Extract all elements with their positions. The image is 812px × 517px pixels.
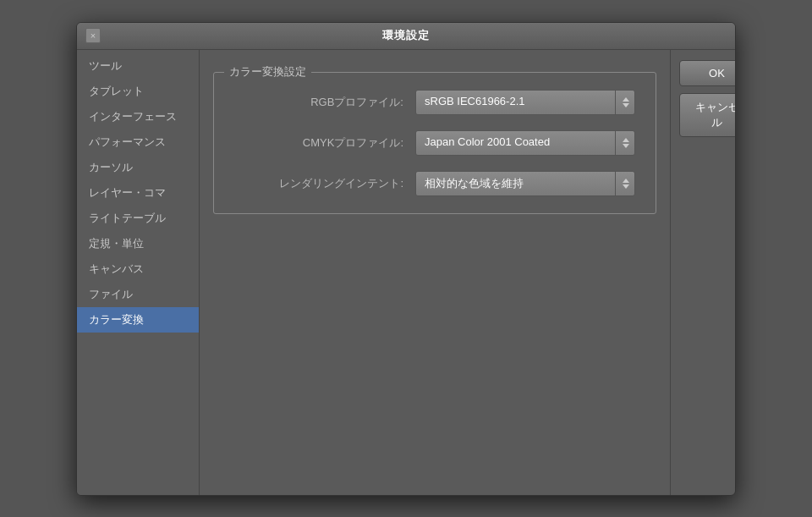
group-title: カラー変換設定 — [224, 64, 311, 80]
main-content: カラー変換設定 RGBプロファイル: sRGB IEC61966-2.1 — [200, 50, 670, 495]
rgb-profile-select[interactable]: sRGB IEC61966-2.1 — [415, 90, 635, 115]
close-icon: × — [91, 30, 96, 41]
sidebar-item[interactable]: レイヤー・コマ — [77, 180, 199, 206]
dialog-body: ツールタブレットインターフェースパフォーマンスカーソルレイヤー・コマライトテーブ… — [77, 50, 735, 495]
content-area: カラー変換設定 RGBプロファイル: sRGB IEC61966-2.1 — [213, 63, 656, 481]
preferences-dialog: × 環境設定 ツールタブレットインターフェースパフォーマンスカーソルレイヤー・コ… — [76, 22, 736, 496]
cmyk-profile-label: CMYKプロファイル: — [234, 135, 403, 151]
rendering-intent-label: レンダリングインテント: — [234, 176, 403, 191]
ok-button[interactable]: OK — [679, 60, 735, 86]
sidebar-item[interactable]: ツール — [77, 53, 199, 79]
rgb-profile-label: RGBプロファイル: — [234, 95, 403, 110]
button-panel: OK キャンセル — [670, 50, 735, 495]
cmyk-profile-row: CMYKプロファイル: Japan Color 2001 Coated — [234, 130, 635, 156]
rendering-intent-select-wrapper: 相対的な色域を維持 — [415, 171, 635, 196]
close-button[interactable]: × — [85, 28, 101, 43]
sidebar: ツールタブレットインターフェースパフォーマンスカーソルレイヤー・コマライトテーブ… — [77, 50, 200, 495]
sidebar-item[interactable]: インターフェース — [77, 104, 199, 129]
rgb-profile-row: RGBプロファイル: sRGB IEC61966-2.1 — [234, 90, 635, 115]
rgb-profile-select-wrapper: sRGB IEC61966-2.1 — [415, 90, 635, 115]
sidebar-item[interactable]: ファイル — [77, 282, 199, 307]
sidebar-item[interactable]: カーソル — [77, 155, 199, 180]
dialog-title: 環境設定 — [382, 28, 430, 43]
color-conversion-group: カラー変換設定 RGBプロファイル: sRGB IEC61966-2.1 — [213, 72, 656, 214]
rendering-intent-row: レンダリングインテント: 相対的な色域を維持 — [234, 171, 635, 196]
cmyk-profile-select[interactable]: Japan Color 2001 Coated — [415, 130, 635, 156]
title-bar: × 環境設定 — [77, 23, 735, 50]
rendering-intent-select[interactable]: 相対的な色域を維持 — [415, 171, 635, 196]
cancel-button[interactable]: キャンセル — [679, 93, 735, 137]
sidebar-item[interactable]: カラー変換 — [77, 307, 199, 333]
cmyk-profile-select-wrapper: Japan Color 2001 Coated — [415, 130, 635, 156]
sidebar-item[interactable]: キャンバス — [77, 256, 199, 282]
sidebar-item[interactable]: 定規・単位 — [77, 231, 199, 256]
sidebar-item[interactable]: パフォーマンス — [77, 129, 199, 155]
sidebar-item[interactable]: ライトテーブル — [77, 206, 199, 231]
sidebar-item[interactable]: タブレット — [77, 79, 199, 104]
